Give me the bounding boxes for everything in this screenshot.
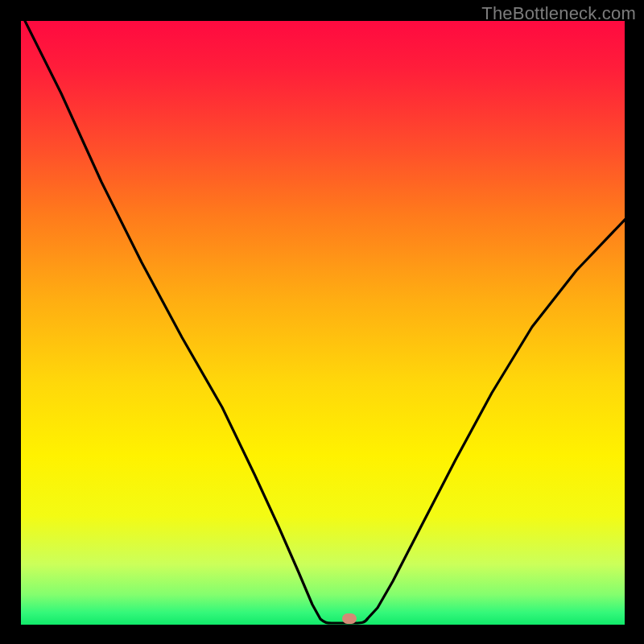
minimum-marker (342, 613, 357, 624)
plot-area (21, 21, 625, 625)
chart-stage: TheBottleneck.com (0, 0, 644, 644)
watermark-text: TheBottleneck.com (481, 3, 636, 24)
curve-path (21, 21, 625, 623)
bottleneck-curve (21, 21, 625, 625)
